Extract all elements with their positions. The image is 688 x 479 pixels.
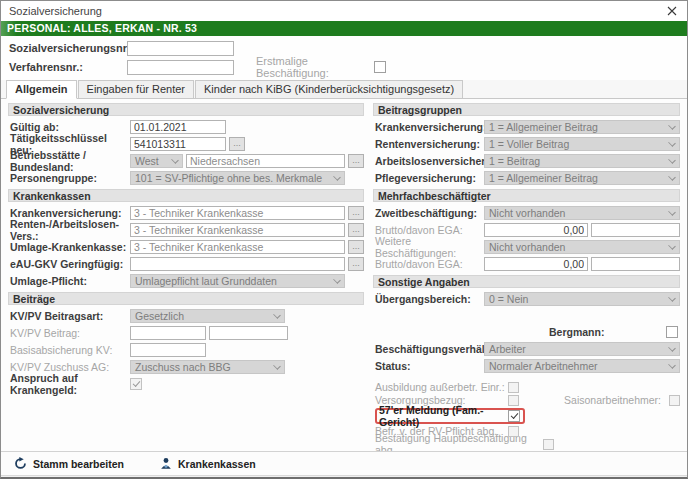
meldung57-row: 57'er Meldung (Fam.-Gericht)	[375, 407, 680, 424]
chevron-down-icon	[273, 311, 281, 319]
renten-arbeitslosen-input[interactable]	[130, 223, 345, 237]
eau-gkv-input[interactable]	[130, 257, 345, 271]
status-row: Status: Normaler Arbeitnehmer	[375, 359, 680, 373]
close-icon[interactable]	[665, 4, 679, 18]
eau-gkv-label: eAU-GKV Geringfügig:	[10, 258, 130, 270]
zweitbeschaeftigung-dropdown: Nicht vorhanden	[484, 206, 680, 220]
zweitbeschaeftigung-row: Zweitbeschäftigung: Nicht vorhanden	[375, 206, 680, 220]
bergmann-row: Bergmann:	[375, 325, 678, 339]
bundesland-input[interactable]	[186, 154, 345, 168]
chevron-down-icon	[668, 139, 676, 147]
bundesland-browse-button[interactable]: ...	[348, 154, 364, 168]
meldung57-checkbox[interactable]	[508, 410, 520, 422]
umlage-krankenkasse-label: Umlage-Krankenkasse:	[10, 241, 130, 253]
bg-rv-label: Rentenversicherung:	[375, 138, 484, 150]
krankenkassen-button-label: Krankenkassen	[178, 458, 256, 470]
section-mehrfachbeschaeftigter: Mehrfachbeschäftigter	[373, 189, 680, 202]
kv-pv-beitrag-label: KV/PV Beitrag:	[10, 327, 130, 339]
krankenversicherung-kasse-browse-button[interactable]: ...	[348, 206, 364, 220]
tab-eingaben-fuer-renter[interactable]: Eingaben für Renter	[78, 80, 194, 98]
saisonarbeitnehmer-label: Saisonarbeitnehmer:	[564, 394, 661, 406]
ausbildung-checkbox	[508, 382, 519, 393]
brutto-ega-input-2a[interactable]	[484, 257, 588, 271]
renten-arbeitslosen-browse-button[interactable]: ...	[348, 223, 364, 237]
chevron-down-icon	[668, 242, 676, 250]
versorgungsbezug-checkbox	[508, 395, 519, 406]
uebergangsbereich-label: Übergangsbereich:	[375, 293, 484, 305]
krankengeld-label: Anspruch auf Krankengeld:	[10, 372, 130, 396]
umlage-pflicht-dropdown: Umlagepflicht laut Grunddaten	[130, 274, 345, 288]
first-employment-checkbox[interactable]	[374, 61, 386, 73]
bottom-toolbar: Stamm bearbeiten Krankenkassen	[1, 451, 687, 475]
betriebsstaette-row: Betriebsstätte / Bundesland: West ...	[10, 154, 364, 168]
betriebsstaette-dropdown: West	[130, 154, 183, 168]
procedure-number-input[interactable]	[127, 60, 234, 75]
umlage-pflicht-row: Umlage-Pflicht: Umlagepflicht laut Grund…	[10, 274, 364, 288]
bg-av-label: Arbeitslosenversicherung:	[375, 155, 484, 167]
chevron-down-icon	[171, 156, 179, 164]
tab-allgemein[interactable]: Allgemein	[6, 80, 77, 99]
sv-number-label: Sozialversicherungsnr.:	[9, 42, 127, 54]
umlage-krankenkasse-browse-button[interactable]: ...	[348, 240, 364, 254]
chevron-down-icon	[668, 173, 676, 181]
umlage-krankenkasse-row: Umlage-Krankenkasse: ...	[10, 240, 364, 254]
bg-pv-dropdown: 1 = Allgemeiner Beitrag	[484, 171, 680, 185]
sozialversicherung-dialog: Sozialversicherung PERSONAL: ALLES, ERKA…	[0, 0, 688, 479]
stamm-bearbeiten-button[interactable]: Stamm bearbeiten	[14, 457, 124, 470]
chevron-down-icon	[668, 361, 676, 369]
krankenversicherung-kasse-input[interactable]	[130, 206, 345, 220]
beschaeftigungsverhaeltnis-row: Beschäftigungsverhältnis: Arbeiter	[375, 342, 680, 356]
krankengeld-row: Anspruch auf Krankengeld:	[10, 377, 364, 391]
first-employment-label: Erstmalige Beschäftigung:	[256, 55, 374, 79]
tab-kinder-kibg[interactable]: Kinder nach KiBG (Kinderberücksichtigung…	[195, 80, 463, 98]
gueltig-ab-input[interactable]	[130, 120, 226, 134]
brutto-ega-input-1a[interactable]	[484, 223, 588, 237]
kv-pv-beitrag-input-2[interactable]	[209, 326, 288, 340]
bg-rv-row: Rentenversicherung: 1 = Voller Beitrag	[375, 137, 680, 151]
meldung57-highlight: 57'er Meldung (Fam.-Gericht)	[375, 408, 525, 424]
personengruppe-row: Personengruppe: 101 = SV-Pflichtige ohne…	[10, 171, 364, 185]
personengruppe-label: Personengruppe:	[10, 172, 130, 184]
umlage-pflicht-label: Umlage-Pflicht:	[10, 275, 130, 287]
bg-pv-label: Pflegeversicherung:	[375, 172, 484, 184]
section-sonstige-angaben: Sonstige Angaben	[373, 275, 680, 288]
refresh-icon	[14, 457, 27, 470]
zweitbeschaeftigung-label: Zweitbeschäftigung:	[375, 207, 484, 219]
uebergangsbereich-row: Übergangsbereich: 0 = Nein	[375, 292, 680, 306]
personal-header-text: PERSONAL: ALLES, ERKAN - NR. 53	[7, 22, 197, 34]
person-icon	[160, 457, 172, 470]
beitragsart-row: KV/PV Beitragsart: Gesetzlich	[10, 309, 364, 323]
sv-number-input[interactable]	[127, 41, 234, 56]
chevron-down-icon	[668, 208, 676, 216]
section-beitraege: Beiträge	[8, 292, 364, 305]
procedure-number-label: Verfahrensnr.:	[9, 61, 127, 73]
basisabsicherung-input[interactable]	[130, 343, 206, 357]
chevron-down-icon	[668, 156, 676, 164]
eau-gkv-browse-button[interactable]: ...	[348, 257, 364, 271]
chevron-down-icon	[273, 362, 281, 370]
bg-pv-row: Pflegeversicherung: 1 = Allgemeiner Beit…	[375, 171, 680, 185]
taetigkeitsschluessel-input[interactable]	[130, 137, 226, 151]
krankenkassen-button[interactable]: Krankenkassen	[160, 457, 256, 470]
taetigkeitsschluessel-browse-button[interactable]: ...	[229, 137, 245, 151]
bg-kv-label: Krankenversicherung:	[375, 121, 484, 133]
bestaetigung-checkbox	[543, 439, 554, 450]
umlage-krankenkasse-input[interactable]	[130, 240, 345, 254]
kv-pv-beitrag-input-1[interactable]	[130, 326, 206, 340]
weitere-beschaeftigungen-label: Weitere Beschäftigungen:	[375, 235, 484, 259]
meldung57-label: 57'er Meldung (Fam.-Gericht)	[379, 404, 508, 428]
befreiung-rv-checkbox	[508, 426, 519, 437]
bestaetigung-row: Bestätigung Hauptbeschäftigung abg.	[375, 438, 680, 450]
ausbildung-label: Ausbildung außerbetr. Einr.:	[375, 381, 508, 393]
bergmann-label: Bergmann:	[549, 326, 658, 338]
krankengeld-checkbox	[130, 378, 142, 390]
beitragsart-dropdown: Gesetzlich	[130, 309, 285, 323]
chevron-down-icon	[668, 122, 676, 130]
chevron-down-icon	[668, 294, 676, 302]
right-column: Beitragsgruppen Krankenversicherung: 1 =…	[373, 103, 680, 451]
bergmann-checkbox[interactable]	[666, 326, 678, 338]
brutto-ega-input-1b[interactable]	[591, 223, 680, 237]
weitere-beschaeftigungen-row: Weitere Beschäftigungen: Nicht vorhanden	[375, 240, 680, 254]
saisonarbeitnehmer-checkbox	[669, 395, 680, 406]
brutto-ega-input-2b[interactable]	[591, 257, 680, 271]
